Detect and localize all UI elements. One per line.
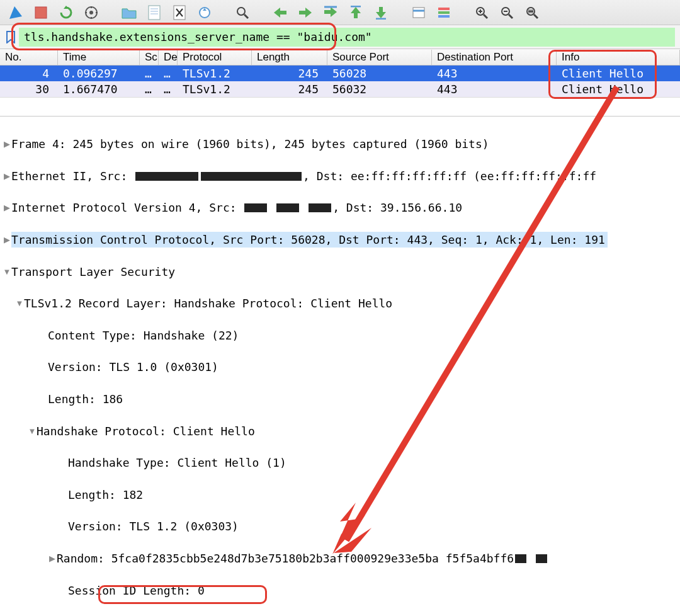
main-toolbar <box>0 0 680 25</box>
autoscroll-icon[interactable] <box>409 3 428 22</box>
expand-icon[interactable]: ▶ <box>3 168 11 184</box>
tree-frame[interactable]: Frame 4: 245 bytes on wire (1960 bits), … <box>11 136 489 152</box>
stop-icon[interactable] <box>31 3 50 22</box>
expand-icon[interactable]: ▶ <box>3 232 11 248</box>
svg-rect-0 <box>35 7 47 18</box>
cell-no: 4 <box>0 66 58 81</box>
cell-dst: … <box>159 66 178 81</box>
col-dport[interactable]: Destination Port <box>432 50 557 65</box>
last-icon[interactable] <box>371 3 390 22</box>
tree-record[interactable]: TLSv1.2 Record Layer: Handshake Protocol… <box>24 295 392 311</box>
packet-list-header: No. Time Sc De Protocol Length Source Po… <box>0 49 680 66</box>
cell-src: … <box>140 66 159 81</box>
packet-row[interactable]: 4 0.096297 … … TLSv1.2 245 56028 443 Cli… <box>0 66 680 81</box>
col-proto[interactable]: Protocol <box>178 50 252 65</box>
back-icon[interactable] <box>271 3 290 22</box>
tree-len1[interactable]: Length: 186 <box>48 391 123 407</box>
tree-ctype[interactable]: Content Type: Handshake (22) <box>48 328 239 343</box>
expand-icon[interactable]: ▶ <box>3 200 11 215</box>
zoom-in-icon[interactable] <box>472 3 491 22</box>
col-src[interactable]: Sc <box>140 50 159 65</box>
cell-sprt: 56032 <box>327 82 432 96</box>
tree-tcp[interactable]: Transmission Control Protocol, Src Port:… <box>11 232 608 248</box>
open-icon[interactable] <box>120 3 139 22</box>
cell-info: Client Hello <box>557 66 680 81</box>
find-icon[interactable] <box>233 3 252 22</box>
col-sport[interactable]: Source Port <box>327 50 432 65</box>
jump-icon[interactable] <box>321 3 340 22</box>
tree-ip[interactable]: Internet Protocol Version 4, Src: , Dst:… <box>11 200 462 215</box>
cell-time: 1.667470 <box>58 82 140 96</box>
collapse-icon[interactable]: ▼ <box>15 295 24 311</box>
reload-icon[interactable] <box>195 3 214 22</box>
cell-src: … <box>140 82 159 96</box>
expand-icon[interactable]: ▶ <box>48 550 57 566</box>
tree-ver2[interactable]: Version: TLS 1.2 (0x0303) <box>68 518 239 534</box>
tree-hstype[interactable]: Handshake Type: Client Hello (1) <box>68 455 286 471</box>
svg-rect-23 <box>438 11 450 14</box>
options-icon[interactable] <box>82 3 101 22</box>
col-len[interactable]: Length <box>252 50 327 65</box>
cell-dst: … <box>159 82 178 96</box>
cell-prot: TLSv1.2 <box>178 82 252 96</box>
col-time[interactable]: Time <box>58 50 140 65</box>
forward-icon[interactable] <box>296 3 315 22</box>
restart-icon[interactable] <box>57 3 76 22</box>
tree-eth[interactable]: Ethernet II, Src: , Dst: ee:ff:ff:ff:ff:… <box>11 168 596 184</box>
tree-ver1[interactable]: Version: TLS 1.0 (0x0301) <box>48 359 218 375</box>
zoom-reset-icon[interactable] <box>523 3 541 22</box>
save-icon[interactable] <box>145 3 164 22</box>
cell-time: 0.096297 <box>58 66 140 81</box>
fin-icon[interactable] <box>6 3 25 22</box>
col-info[interactable]: Info <box>557 50 680 65</box>
svg-rect-22 <box>438 8 450 10</box>
collapse-icon[interactable]: ▼ <box>28 423 37 439</box>
cell-no: 30 <box>0 82 58 96</box>
svg-line-16 <box>244 14 248 18</box>
svg-line-30 <box>509 14 513 18</box>
cell-info: Client Hello <box>557 82 680 96</box>
tree-hslen[interactable]: Length: 182 <box>68 487 143 503</box>
col-dst[interactable]: De <box>159 50 178 65</box>
zoom-out-icon[interactable] <box>497 3 516 22</box>
close-icon[interactable] <box>170 3 189 22</box>
cell-len: 245 <box>252 82 327 96</box>
svg-rect-24 <box>438 15 450 18</box>
expand-icon[interactable]: ▶ <box>3 136 11 152</box>
tree-sidlen[interactable]: Session ID Length: 0 <box>68 583 205 598</box>
first-icon[interactable] <box>346 3 365 22</box>
collapse-icon[interactable]: ▼ <box>3 264 11 280</box>
filter-bar <box>0 25 680 49</box>
colorize-icon[interactable] <box>434 3 453 22</box>
tree-hs[interactable]: Handshake Protocol: Client Hello <box>37 423 255 439</box>
svg-rect-20 <box>413 8 424 18</box>
svg-line-33 <box>534 14 538 18</box>
display-filter-input[interactable] <box>19 28 675 47</box>
cell-prot: TLSv1.2 <box>178 66 252 81</box>
svg-rect-7 <box>149 6 160 20</box>
cell-len: 245 <box>252 66 327 81</box>
packet-details-tree[interactable]: ▶Frame 4: 245 bytes on wire (1960 bits),… <box>0 116 680 616</box>
svg-point-15 <box>237 8 245 15</box>
cell-sprt: 56028 <box>327 66 432 81</box>
packet-row[interactable]: 30 1.667470 … … TLSv1.2 245 56032 443 Cl… <box>0 81 680 97</box>
cell-dprt: 443 <box>432 66 557 81</box>
cell-dprt: 443 <box>432 82 557 96</box>
tree-tls[interactable]: Transport Layer Security <box>11 264 175 280</box>
col-no[interactable]: No. <box>0 50 58 65</box>
svg-point-2 <box>89 11 93 14</box>
svg-line-26 <box>484 14 487 18</box>
tree-rand[interactable]: Random: 5fca0f2835cbb5e248d7b3e75180b2b3… <box>57 550 548 566</box>
bookmark-icon[interactable] <box>5 30 16 44</box>
